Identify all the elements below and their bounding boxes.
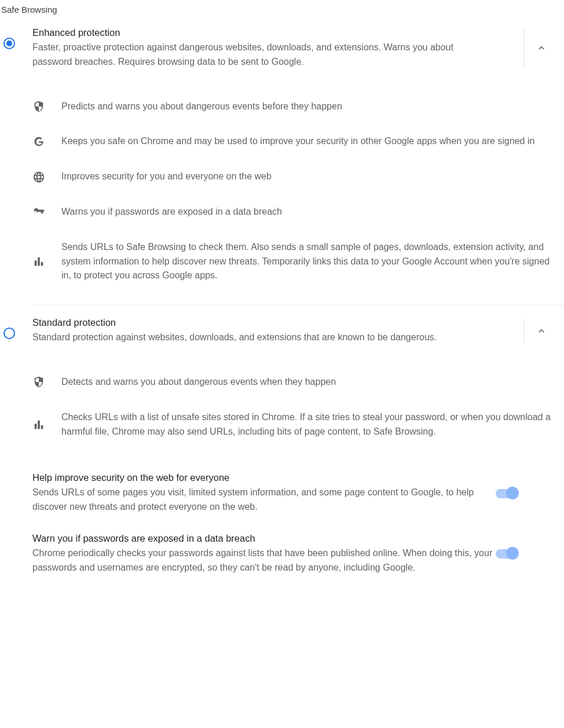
enhanced-detail-text: Sends URLs to Safe Browsing to check the… bbox=[61, 240, 558, 283]
radio-standard[interactable] bbox=[3, 328, 15, 339]
section-title: Safe Browsing bbox=[0, 0, 564, 25]
chevron-up-icon[interactable] bbox=[536, 42, 547, 54]
sub-help-improve: Help improve security on the web for eve… bbox=[32, 463, 564, 524]
option-standard: Standard protection Standard protection … bbox=[0, 315, 564, 449]
chevron-up-icon[interactable] bbox=[536, 325, 547, 337]
toggle-help-improve[interactable] bbox=[496, 489, 518, 498]
divider bbox=[32, 305, 564, 306]
standard-detail-row: Checks URLs with a list of unsafe sites … bbox=[32, 400, 558, 450]
enhanced-detail-text: Warns you if passwords are exposed in a … bbox=[61, 205, 558, 219]
option-enhanced-title: Enhanced protection bbox=[32, 27, 523, 38]
sub-warn-passwords: Warn you if passwords are exposed in a d… bbox=[32, 524, 564, 584]
globe-icon bbox=[32, 171, 45, 183]
standard-detail-row: Detects and warns you about dangerous ev… bbox=[32, 365, 558, 400]
option-standard-header[interactable]: Standard protection Standard protection … bbox=[32, 315, 558, 351]
option-enhanced: Enhanced protection Faster, proactive pr… bbox=[0, 25, 564, 293]
enhanced-detail-row: Warns you if passwords are exposed in a … bbox=[32, 194, 558, 230]
enhanced-detail-text: Keeps you safe on Chrome and may be used… bbox=[61, 134, 558, 149]
sub-help-improve-title: Help improve security on the web for eve… bbox=[32, 472, 496, 483]
sub-help-improve-desc: Sends URLs of some pages you visit, limi… bbox=[32, 486, 496, 514]
bars-icon bbox=[32, 255, 45, 268]
google-icon bbox=[32, 135, 45, 148]
option-standard-title: Standard protection bbox=[32, 317, 523, 328]
key-icon bbox=[32, 205, 45, 218]
enhanced-detail-row: Sends URLs to Safe Browsing to check the… bbox=[32, 230, 558, 293]
shield-icon bbox=[32, 376, 45, 388]
enhanced-detail-row: Improves security for you and everyone o… bbox=[32, 159, 558, 194]
toggle-warn-passwords[interactable] bbox=[496, 549, 518, 558]
shield-icon bbox=[32, 100, 45, 113]
enhanced-detail-row: Predicts and warns you about dangerous e… bbox=[32, 89, 558, 124]
bars-icon bbox=[32, 418, 45, 431]
enhanced-detail-row: Keeps you safe on Chrome and may be used… bbox=[32, 124, 558, 159]
sub-warn-passwords-desc: Chrome periodically checks your password… bbox=[32, 546, 496, 575]
sub-warn-passwords-title: Warn you if passwords are exposed in a d… bbox=[32, 533, 496, 544]
option-standard-desc: Standard protection against websites, do… bbox=[32, 330, 484, 345]
radio-enhanced[interactable] bbox=[3, 38, 15, 49]
standard-sub-settings: Help improve security on the web for eve… bbox=[0, 449, 564, 584]
enhanced-detail-text: Improves security for you and everyone o… bbox=[61, 170, 558, 184]
option-enhanced-header[interactable]: Enhanced protection Faster, proactive pr… bbox=[32, 25, 558, 75]
standard-detail-text: Checks URLs with a list of unsafe sites … bbox=[61, 410, 558, 439]
option-enhanced-desc: Faster, proactive protection against dan… bbox=[32, 41, 484, 69]
standard-detail-text: Detects and warns you about dangerous ev… bbox=[61, 375, 558, 389]
enhanced-detail-text: Predicts and warns you about dangerous e… bbox=[61, 100, 558, 114]
